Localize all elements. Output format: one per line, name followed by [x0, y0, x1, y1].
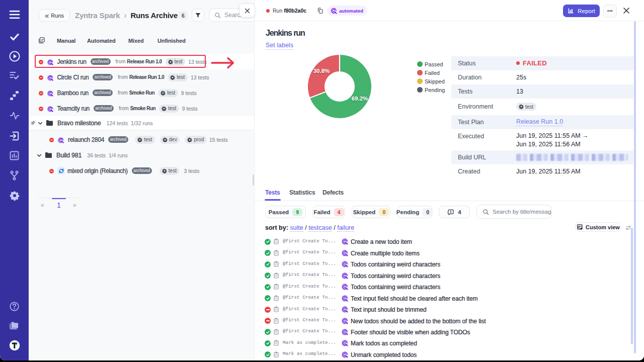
svg-text:30.8%: 30.8%: [313, 68, 330, 74]
svg-text:69.2%: 69.2%: [352, 96, 368, 102]
